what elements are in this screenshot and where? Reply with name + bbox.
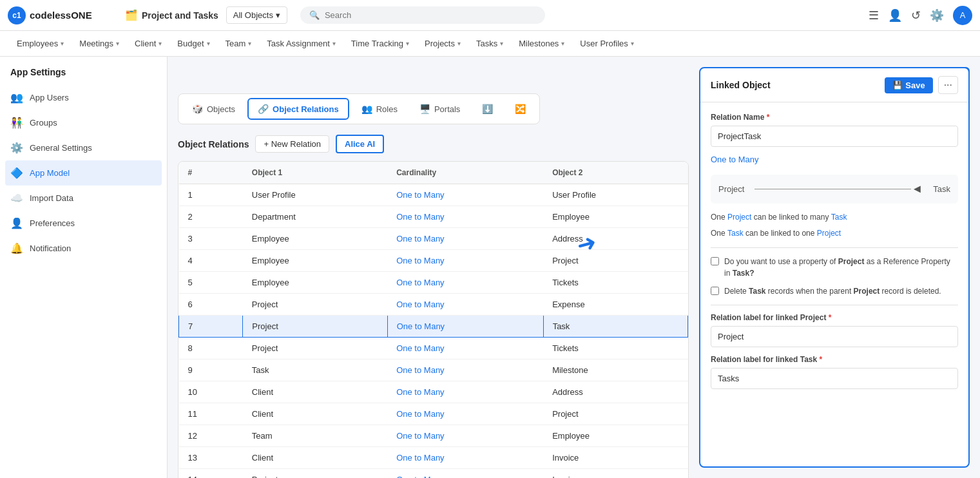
sidebar-item-groups[interactable]: 👫 Groups (0, 110, 167, 135)
toolbar-left: Object Relations + New Relation Alice AI (178, 135, 384, 153)
nav-item-tasks[interactable]: Tasks ▾ (470, 35, 510, 52)
table-row[interactable]: 4 Employee One to Many Project (179, 250, 688, 272)
groups-icon: 👫 (10, 117, 23, 129)
cell-object2: Address (543, 228, 687, 250)
roles-icon: 👥 (361, 104, 372, 114)
checkbox-row-2: Delete Task records when the parent Proj… (711, 285, 958, 297)
relation-name-input[interactable] (711, 126, 958, 147)
cell-number: 9 (179, 359, 243, 381)
nav-item-milestones[interactable]: Milestones ▾ (512, 35, 571, 52)
panel-body: Relation Name * One to Many Project ◄ Ta… (700, 102, 968, 466)
delete-cascade-checkbox[interactable] (711, 287, 719, 295)
cell-cardinality[interactable]: One to Many (387, 403, 543, 425)
table-row[interactable]: 7 Project One to Many Task (179, 316, 688, 338)
table-row[interactable]: 10 Client One to Many Address (179, 381, 688, 403)
sidebar-item-label: App Model (30, 168, 70, 178)
cell-cardinality[interactable]: One to Many (387, 316, 543, 338)
cell-cardinality[interactable]: One to Many (387, 381, 543, 403)
cell-cardinality[interactable]: One to Many (387, 250, 543, 272)
cell-object2: Address (543, 381, 687, 403)
nav-item-projects[interactable]: Projects ▾ (418, 35, 467, 52)
relation-type-link[interactable]: One to Many (711, 155, 958, 164)
required-marker-2: * (829, 313, 832, 322)
nav-item-team[interactable]: Team ▾ (219, 35, 258, 52)
cell-cardinality[interactable]: One to Many (387, 206, 543, 228)
nav-item-task-assignment[interactable]: Task Assignment ▾ (260, 35, 342, 52)
nav-label: User Profiles (580, 39, 628, 48)
content-area: ℹ️ 💾 Update App ▾ 🎲 Objects 🔗 Object Rel… (168, 57, 980, 478)
tab-object-relations[interactable]: 🔗 Object Relations (247, 98, 349, 120)
cell-cardinality[interactable]: One to Many (387, 272, 543, 294)
cell-cardinality[interactable]: One to Many (387, 228, 543, 250)
cell-cardinality[interactable]: One to Many (387, 425, 543, 447)
cell-cardinality[interactable]: One to Many (387, 184, 543, 206)
nav-item-meetings[interactable]: Meetings ▾ (73, 35, 126, 52)
cell-cardinality[interactable]: One to Many (387, 294, 543, 316)
portals-icon: 🖥️ (419, 104, 430, 114)
history-icon[interactable]: ↺ (911, 8, 921, 23)
more-options-button[interactable]: ··· (938, 76, 958, 94)
relation-line (754, 189, 911, 189)
task-delete-ref: Task (749, 287, 765, 296)
topbar: c1 codelessONE 🗂️ Project and Tasks All … (0, 0, 980, 31)
chevron-down-icon: ▾ (248, 40, 251, 47)
table-row[interactable]: 8 Project One to Many Tickets (179, 338, 688, 359)
label2-input[interactable] (711, 368, 958, 389)
cell-object2: Milestone (543, 359, 687, 381)
nav-item-budget[interactable]: Budget ▾ (171, 35, 216, 52)
search-input[interactable] (325, 10, 536, 20)
cell-cardinality[interactable]: One to Many (387, 469, 543, 479)
search-bar[interactable]: 🔍 (300, 6, 545, 24)
all-objects-button[interactable]: All Objects ▾ (226, 6, 287, 24)
app-title[interactable]: 🗂️ Project and Tasks (125, 9, 218, 21)
list-icon[interactable]: ☰ (869, 8, 879, 23)
logo[interactable]: c1 codelessONE (8, 6, 117, 24)
sidebar-item-app-model[interactable]: 🔷 App Model (5, 160, 162, 186)
label1-input[interactable] (711, 326, 958, 347)
cell-cardinality[interactable]: One to Many (387, 338, 543, 359)
cell-cardinality[interactable]: One to Many (387, 447, 543, 469)
nav-item-time-tracking[interactable]: Time Tracking ▾ (345, 35, 416, 52)
table-row[interactable]: 9 Task One to Many Milestone (179, 359, 688, 381)
cell-cardinality[interactable]: One to Many (387, 359, 543, 381)
avatar[interactable]: A (953, 6, 972, 25)
add-user-icon[interactable]: 👤 (888, 8, 902, 23)
table-row[interactable]: 12 Team One to Many Employee (179, 425, 688, 447)
cell-number: 4 (179, 250, 243, 272)
sidebar-item-import-data[interactable]: ☁️ Import Data (0, 186, 167, 211)
table-row[interactable]: 2 Department One to Many Employee (179, 206, 688, 228)
chevron-down-icon: ▾ (561, 40, 564, 47)
tab-roles[interactable]: 👥 Roles (352, 99, 407, 119)
tab-share[interactable]: 🔀 (505, 99, 535, 119)
nav-label: Tasks (476, 39, 497, 48)
tab-portals[interactable]: 🖥️ Portals (410, 99, 470, 119)
sidebar-item-app-users[interactable]: 👥 App Users (0, 85, 167, 110)
reference-property-checkbox[interactable] (711, 257, 719, 265)
sidebar-item-notification[interactable]: 🔔 Notification (0, 236, 167, 261)
chevron-down-icon: ▾ (332, 40, 336, 47)
tab-objects[interactable]: 🎲 Objects (182, 99, 245, 119)
cell-number: 11 (179, 403, 243, 425)
table-row[interactable]: 11 Client One to Many Project (179, 403, 688, 425)
nav-item-employees[interactable]: Employees ▾ (10, 35, 70, 52)
tab-download[interactable]: ⬇️ (472, 99, 503, 119)
alice-ai-button[interactable]: Alice AI (336, 135, 384, 153)
table-row[interactable]: 14 Project One to Many Invoice (179, 469, 688, 479)
save-button[interactable]: 💾 Save (885, 77, 932, 93)
table-row[interactable]: 1 User Profile One to Many User Profile (179, 184, 688, 206)
table-row[interactable]: 13 Client One to Many Invoice (179, 447, 688, 469)
nav-item-user-profiles[interactable]: User Profiles ▾ (573, 35, 640, 52)
nav-item-client[interactable]: Client ▾ (128, 35, 168, 52)
settings-icon[interactable]: ⚙️ (930, 8, 944, 23)
cell-number: 7 (179, 316, 243, 338)
cell-number: 8 (179, 338, 243, 359)
table-row[interactable]: 5 Employee One to Many Tickets (179, 272, 688, 294)
table-row[interactable]: 3 Employee One to Many Address (179, 228, 688, 250)
arrow-head-icon: ◄ (911, 182, 923, 196)
new-relation-button[interactable]: + New Relation (255, 135, 329, 153)
linked-object-panel: Linked Object 💾 Save ··· Relation Name *… (699, 67, 970, 468)
sidebar-item-preferences[interactable]: 👤 Preferences (0, 211, 167, 236)
cell-number: 2 (179, 206, 243, 228)
sidebar-item-general-settings[interactable]: ⚙️ General Settings (0, 135, 167, 160)
table-row[interactable]: 6 Project One to Many Expense (179, 294, 688, 316)
